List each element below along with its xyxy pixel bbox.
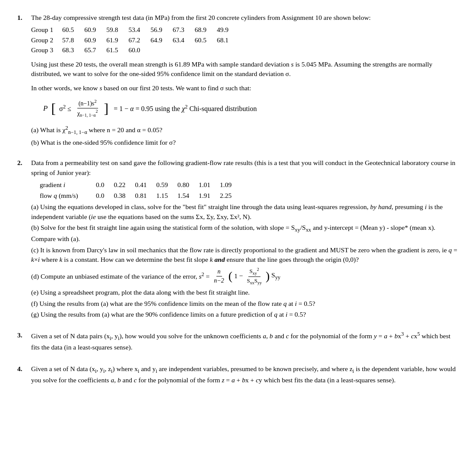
group3-label: Group 3 xyxy=(31,45,62,55)
problem-2-part-a: (a) Using the equations developed in cla… xyxy=(31,202,459,222)
flow-values: 0.00.380.811.151.541.912.25 xyxy=(96,191,232,200)
problem-3: 3. Given a set of N data pairs (xi, yi),… xyxy=(17,330,459,355)
problem-2: 2. Data from a permeability test on sand… xyxy=(17,158,459,321)
data-table-p1: Group 1 60.560.959.853.456.967.368.949.9… xyxy=(31,25,459,55)
problem-1-formula: P [ σ2 ≤ (n−1)s2 χn−1, 1−α2 ] = 1 − α = … xyxy=(43,98,459,119)
problem-4-content: Given a set of N data (xi, yi, zi) where… xyxy=(31,364,459,388)
flow-label: flow q (mm/s) xyxy=(40,191,96,200)
problem-2-content: Data from a permeability test on sand ga… xyxy=(31,158,459,321)
gradient-label: gradient i xyxy=(40,180,96,190)
problem-1-content: The 28-day compressive strength test dat… xyxy=(31,13,459,149)
problem-4-number: 4. xyxy=(17,364,27,388)
group1-row: Group 1 60.560.959.853.456.967.368.949.9 xyxy=(31,25,459,35)
problem-3-text: Given a set of N data pairs (xi, yi), ho… xyxy=(31,330,459,353)
problem-2-part-f: (f) Using the results from (a) what are … xyxy=(31,299,459,308)
problem-2-part-c: (c) It is known from Darcy's law in soil… xyxy=(31,245,459,265)
group1-label: Group 1 xyxy=(31,25,62,35)
group2-row: Group 2 57.860.961.967.264.963.460.568.1 xyxy=(31,35,459,45)
problem-4: 4. Given a set of N data (xi, yi, zi) wh… xyxy=(17,364,459,388)
problem-2-number: 2. xyxy=(17,158,27,321)
problem-1-paragraph: Using just these 20 tests, the overall m… xyxy=(31,60,459,79)
problem-2-part-e: (e) Using a spreadsheet program, plot th… xyxy=(31,288,459,297)
problem-3-content: Given a set of N data pairs (xi, yi), ho… xyxy=(31,330,459,355)
flow-row: flow q (mm/s) 0.00.380.811.151.541.912.2… xyxy=(40,191,459,200)
gradient-row: gradient i 0.00.220.410.590.801.011.09 xyxy=(40,180,459,190)
problem-1: 1. The 28-day compressive strength test … xyxy=(17,13,459,149)
group3-row: Group 3 68.365.761.560.0 xyxy=(31,45,459,55)
problem-2-intro: Data from a permeability test on sand ga… xyxy=(31,158,459,178)
group1-values: 60.560.959.853.456.967.368.949.9 xyxy=(62,25,228,35)
group3-values: 68.365.761.560.0 xyxy=(62,45,140,55)
data-table-p2: gradient i 0.00.220.410.590.801.011.09 f… xyxy=(40,180,459,200)
problem-2-part-b: (b) Solve for the best fit straight line… xyxy=(31,223,459,244)
group2-values: 57.860.961.967.264.963.460.568.1 xyxy=(62,35,228,45)
problem-1-part-b: (b) What is the one-sided 95% confidence… xyxy=(31,138,459,147)
problem-4-text: Given a set of N data (xi, yi, zi) where… xyxy=(31,364,459,385)
problem-1-part-a: (a) What is χ2n−1, 1−α where n = 20 and … xyxy=(31,124,459,137)
problem-3-number: 3. xyxy=(17,330,27,355)
problem-2-part-g: (g) Using the results from (a) what are … xyxy=(31,310,459,319)
problem-1-intro: The 28-day compressive strength test dat… xyxy=(31,13,459,22)
gradient-values: 0.00.220.410.590.801.011.09 xyxy=(96,180,232,190)
problem-2-part-d: (d) Compute an unbiased estimate of the … xyxy=(31,267,459,286)
group2-label: Group 2 xyxy=(31,35,62,45)
problem-1-in-other-words: In other words, we know s based on our f… xyxy=(31,83,459,93)
problem-1-number: 1. xyxy=(17,13,27,149)
